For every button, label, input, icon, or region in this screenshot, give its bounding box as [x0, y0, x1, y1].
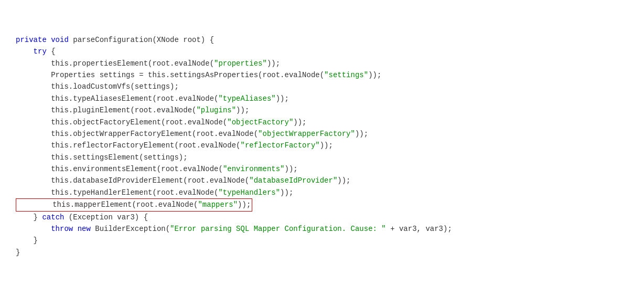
code-token: "mappers" — [198, 201, 238, 209]
code-line: } — [16, 235, 628, 246]
code-token: new — [78, 225, 91, 233]
code-token: this.mapperElement(root.evalNode( — [17, 201, 198, 209]
code-token — [16, 47, 34, 56]
code-token: throw — [51, 225, 73, 233]
code-line: this.propertiesElement(root.evalNode("pr… — [16, 58, 628, 69]
code-token — [16, 225, 51, 233]
code-token: )); — [368, 71, 381, 79]
code-token: this.pluginElement(root.evalNode( — [16, 106, 196, 114]
code-token: "properties" — [214, 59, 267, 68]
code-token: this.typeAliasesElement(root.evalNode( — [16, 94, 218, 103]
code-line: throw new BuilderException("Error parsin… — [16, 223, 628, 235]
code-line: this.databaseIdProviderElement(root.eval… — [16, 175, 628, 186]
code-line: this.objectFactoryElement(root.evalNode(… — [16, 117, 628, 128]
code-line: try { — [16, 46, 628, 57]
code-token: this.objectWrapperFactoryElement(root.ev… — [16, 130, 258, 138]
code-token: (Exception var3) { — [64, 213, 148, 221]
code-token — [47, 36, 51, 44]
code-token: Properties settings = this.settingsAsPro… — [16, 71, 324, 79]
code-line: private void parseConfiguration(XNode ro… — [16, 34, 628, 46]
code-line: this.mapperElement(root.evalNode("mapper… — [16, 198, 628, 211]
code-token: "settings" — [324, 71, 368, 79]
code-token: "objectWrapperFactory" — [258, 130, 355, 138]
code-token: "typeHandlers" — [218, 188, 280, 197]
code-line: this.typeHandlerElement(root.evalNode("t… — [16, 187, 628, 198]
code-token: private — [16, 36, 47, 44]
code-token: )); — [267, 59, 280, 68]
code-token: "plugins" — [196, 106, 236, 114]
code-token — [73, 225, 77, 233]
code-token: } — [16, 248, 20, 257]
code-line: this.reflectorFactoryElement(root.evalNo… — [16, 140, 628, 151]
code-token: )); — [285, 165, 298, 173]
code-token: "objectFactory" — [227, 118, 293, 126]
code-token: "reflectorFactory" — [240, 141, 319, 150]
code-token: try — [34, 47, 47, 56]
code-token: void — [51, 36, 69, 44]
code-token: + var3, var3); — [386, 225, 452, 233]
code-line: this.loadCustomVfs(settings); — [16, 81, 628, 92]
code-block: private void parseConfiguration(XNode ro… — [16, 10, 628, 258]
code-token: "Error parsing SQL Mapper Configuration.… — [170, 225, 386, 233]
code-token: this.objectFactoryElement(root.evalNode( — [16, 118, 227, 126]
code-token: this.loadCustomVfs(settings); — [16, 82, 179, 91]
code-token: )); — [293, 118, 306, 126]
code-token: )); — [276, 94, 289, 103]
code-token: )); — [337, 176, 350, 185]
code-token: this.environmentsElement(root.evalNode( — [16, 165, 223, 173]
highlighted-line: this.mapperElement(root.evalNode("mapper… — [16, 198, 252, 211]
code-token: this.typeHandlerElement(root.evalNode( — [16, 188, 218, 197]
code-token: } — [16, 236, 38, 245]
code-line: } catch (Exception var3) { — [16, 212, 628, 223]
code-token: "environments" — [223, 165, 285, 173]
code-token: } — [16, 213, 42, 221]
code-token: )); — [355, 130, 368, 138]
code-token: "databaseIdProvider" — [249, 176, 337, 185]
code-token: this.propertiesElement(root.evalNode( — [16, 59, 214, 68]
code-token: BuilderException( — [91, 225, 170, 233]
code-token: catch — [42, 213, 64, 221]
code-line: this.settingsElement(settings); — [16, 152, 628, 163]
code-line: Properties settings = this.settingsAsPro… — [16, 69, 628, 81]
code-token: { — [47, 47, 56, 56]
code-token: this.settingsElement(settings); — [16, 153, 188, 162]
code-line: this.pluginElement(root.evalNode("plugin… — [16, 104, 628, 116]
code-line: } — [16, 247, 628, 258]
code-token: )); — [236, 106, 249, 114]
code-container: private void parseConfiguration(XNode ro… — [0, 0, 644, 306]
code-token: parseConfiguration(XNode root) { — [69, 36, 214, 44]
code-token: )); — [320, 141, 333, 150]
code-line: this.typeAliasesElement(root.evalNode("t… — [16, 93, 628, 104]
code-token: "typeAliases" — [218, 94, 275, 103]
code-line: this.environmentsElement(root.evalNode("… — [16, 163, 628, 175]
code-line: this.objectWrapperFactoryElement(root.ev… — [16, 128, 628, 140]
code-token: )); — [238, 201, 251, 209]
code-token: this.reflectorFactoryElement(root.evalNo… — [16, 141, 240, 150]
code-token: )); — [280, 188, 293, 197]
code-token: this.databaseIdProviderElement(root.eval… — [16, 176, 249, 185]
